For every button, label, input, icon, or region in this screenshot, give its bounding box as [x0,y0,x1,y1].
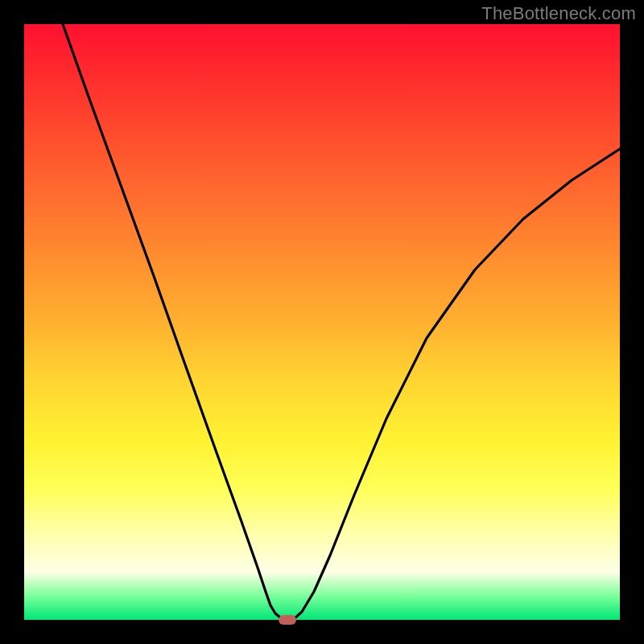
curve-left-branch [63,24,284,619]
minimum-marker [279,615,296,625]
curve-right-branch [294,149,620,619]
watermark-text: TheBottleneck.com [481,3,636,24]
bottleneck-curve [24,24,620,620]
chart-frame: TheBottleneck.com [0,0,644,644]
